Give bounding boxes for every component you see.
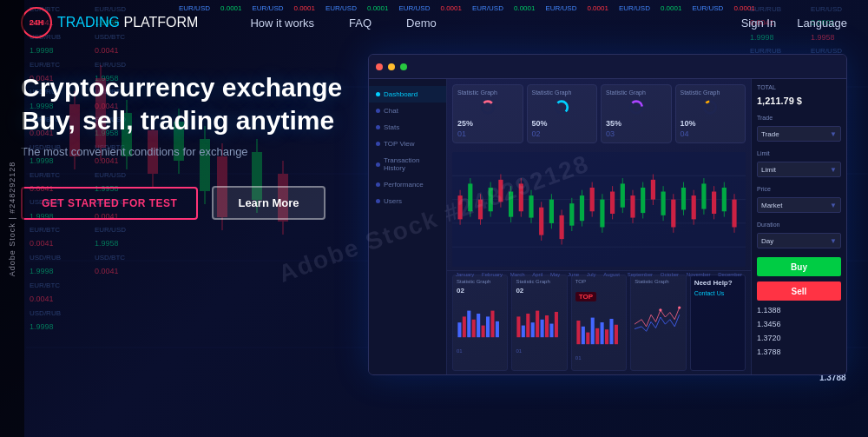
mini-line-chart [635, 287, 681, 348]
sidebar-dot [376, 162, 380, 167]
nav-links: How it works FAQ Demo [250, 17, 740, 30]
dashboard-chart-area: January February March April May June Ju… [447, 149, 751, 270]
sidebar-item-transaction-history[interactable]: Transaction History [369, 152, 446, 176]
stat-card-3: Statistic Graph 35% 03 [601, 84, 672, 143]
chevron-down-icon: ▼ [830, 130, 837, 138]
svg-rect-116 [609, 319, 613, 344]
limit-select[interactable]: Limit ▼ [757, 162, 841, 177]
svg-rect-114 [600, 322, 603, 344]
language-selector[interactable]: Language [797, 17, 847, 30]
hero-left-content: Cryptocurrency exchange Buy, sell, tradi… [21, 45, 351, 220]
sidebar-item-top-view[interactable]: TOP View [369, 136, 446, 152]
contact-us-link[interactable]: Contact Us [694, 290, 741, 296]
donut-chart-3 [624, 99, 648, 116]
sidebar-dot [376, 125, 380, 129]
svg-rect-91 [457, 322, 461, 337]
svg-rect-110 [582, 327, 585, 344]
nav-demo[interactable]: Demo [406, 17, 437, 30]
svg-point-28 [704, 102, 716, 114]
sidebar-dot [376, 109, 380, 113]
nav-right: Sign In Language [741, 17, 847, 30]
window-dot-green [400, 63, 407, 70]
svg-rect-106 [545, 315, 549, 337]
mini-bar-chart-2 [516, 297, 562, 345]
svg-rect-94 [472, 320, 476, 337]
buy-button[interactable]: Buy [757, 257, 841, 276]
svg-rect-100 [517, 316, 521, 337]
hero-title-line2: Buy, sell, trading anytime [21, 106, 334, 135]
svg-rect-107 [550, 324, 554, 338]
sidebar-dot [376, 92, 380, 96]
chevron-down-icon: ▼ [830, 202, 837, 209]
svg-rect-109 [576, 321, 580, 344]
sidebar-item-performance[interactable]: Performance [369, 176, 446, 193]
window-dot-yellow [388, 63, 395, 70]
svg-rect-93 [467, 311, 470, 338]
learn-more-button[interactable]: Learn More [212, 186, 325, 220]
svg-rect-104 [536, 311, 540, 338]
svg-rect-92 [463, 316, 466, 337]
bottom-card-4: Statistic Graph [630, 275, 686, 371]
svg-rect-97 [486, 316, 490, 337]
svg-point-118 [660, 308, 662, 311]
stat-card-4: Statistic Graph 10% 04 [675, 84, 746, 143]
svg-rect-111 [586, 333, 589, 345]
svg-rect-101 [522, 326, 525, 338]
svg-point-119 [678, 306, 681, 308]
main-content: 24H TRADING PLATFORM How it works FAQ De… [0, 0, 868, 437]
dashboard-header-bar [369, 55, 846, 79]
chevron-down-icon: ▼ [830, 166, 837, 174]
svg-rect-112 [590, 318, 594, 345]
sidebar-dot [376, 142, 380, 146]
donut-chart-2 [549, 99, 574, 116]
chart-month-labels: January February March April May June Ju… [452, 272, 746, 277]
dashboard-main-area: Statistic Graph 25% 01 Statistic Graph [447, 79, 751, 374]
candlestick-chart-svg [452, 152, 746, 267]
svg-rect-105 [541, 320, 544, 337]
nav-faq[interactable]: FAQ [349, 17, 372, 30]
stat-cards-row: Statistic Graph 25% 01 Statistic Graph [447, 79, 751, 149]
bottom-card-3: TOP TOP [571, 275, 627, 371]
svg-rect-103 [531, 322, 535, 337]
dashboard-body: Dashboard Chat Stats TOP View [369, 79, 846, 374]
sidebar-dot [376, 199, 380, 203]
svg-rect-113 [595, 328, 599, 344]
sign-in-link[interactable]: Sign In [741, 17, 776, 30]
mini-bar-chart-3 [575, 304, 622, 352]
svg-rect-30 [452, 152, 746, 267]
bottom-card-need-help: Need Help? Contact Us [690, 275, 746, 371]
svg-rect-115 [605, 329, 608, 344]
sidebar-item-users[interactable]: Users [369, 193, 446, 209]
mini-bar-chart-1 [457, 297, 503, 345]
logo-text: TRADING PLATFORM [57, 15, 198, 30]
sidebar-item-dashboard[interactable]: Dashboard [369, 86, 446, 103]
get-started-button[interactable]: GET STARTED FOR TEST [21, 187, 198, 220]
sidebar-dot [376, 182, 380, 187]
bottom-card-1: Statistic Graph 02 [452, 275, 508, 371]
logo-icon: 24H [21, 7, 52, 38]
svg-rect-98 [490, 311, 494, 338]
window-dot-red [376, 63, 383, 70]
price-select[interactable]: Market ▼ [757, 197, 841, 213]
svg-rect-95 [477, 314, 480, 337]
hero-subtitle: The most convenient conditions for excha… [21, 145, 351, 158]
hero-title: Cryptocurrency exchange Buy, sell, tradi… [21, 71, 351, 136]
hero-buttons: GET STARTED FOR TEST Learn More [21, 186, 351, 220]
dashboard-bottom-charts: Statistic Graph 02 [447, 270, 751, 374]
svg-rect-102 [527, 314, 530, 337]
trade-select[interactable]: Trade ▼ [757, 126, 841, 142]
nav-how-it-works[interactable]: How it works [250, 17, 314, 30]
svg-rect-99 [496, 321, 499, 337]
svg-rect-108 [555, 312, 558, 337]
svg-rect-117 [615, 325, 618, 344]
sell-button[interactable]: Sell [757, 281, 841, 301]
logo: 24H TRADING PLATFORM [21, 7, 198, 38]
dashboard-right-panel: TOTAL 1,211.79 $ Trade Trade ▼ Limit Lim… [751, 79, 846, 374]
sidebar-item-chat[interactable]: Chat [369, 103, 446, 119]
adobe-stock-label: Adobe Stock | #248292128 [0, 0, 24, 437]
sidebar-item-stats[interactable]: Stats [369, 119, 446, 136]
bottom-card-2: Statistic Graph 02 [511, 275, 567, 371]
donut-chart-4 [698, 99, 722, 116]
duration-select[interactable]: Day ▼ [757, 233, 841, 248]
donut-chart-1 [476, 99, 500, 116]
